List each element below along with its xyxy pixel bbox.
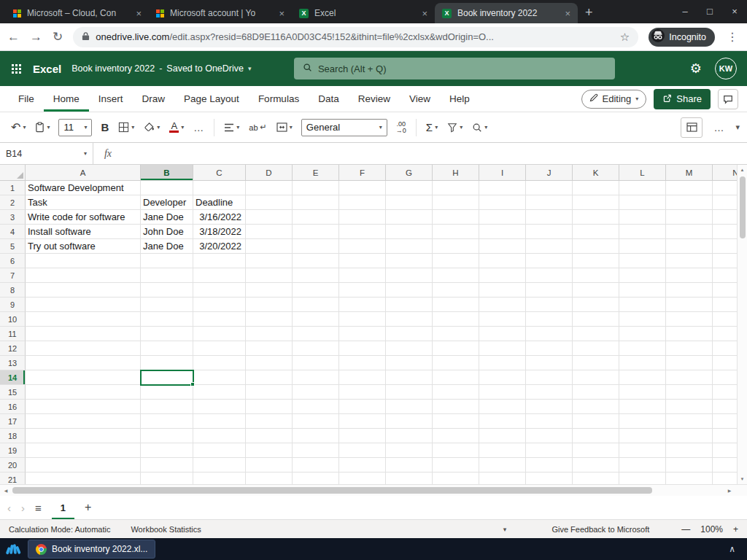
file-name[interactable]: Book inventory 2022: [71, 63, 155, 74]
cell-E21[interactable]: [293, 472, 339, 484]
zoom-level[interactable]: 100%: [700, 524, 723, 534]
cell-J3[interactable]: [526, 210, 573, 225]
search-input[interactable]: Search (Alt + Q): [294, 58, 615, 79]
merge-cells-button[interactable]: ▾: [273, 117, 296, 138]
cell-K8[interactable]: [573, 283, 619, 298]
cell-J21[interactable]: [526, 472, 573, 484]
cell-B13[interactable]: [141, 356, 193, 370]
cell-M4[interactable]: [666, 225, 713, 239]
cell-D2[interactable]: [246, 195, 293, 210]
cell-L21[interactable]: [619, 472, 666, 484]
cell-C13[interactable]: [193, 356, 246, 370]
more-font-options-button[interactable]: …: [190, 117, 208, 138]
status-options-caret-icon[interactable]: ▾: [503, 526, 507, 533]
cell-F18[interactable]: [339, 429, 386, 443]
cell-B1[interactable]: [141, 181, 193, 195]
cell-K16[interactable]: [573, 400, 619, 414]
borders-button[interactable]: ▾: [115, 117, 138, 138]
cell-B14[interactable]: [141, 370, 193, 385]
cell-G16[interactable]: [386, 400, 433, 414]
menu-item-home[interactable]: Home: [44, 86, 89, 112]
cell-M15[interactable]: [666, 385, 713, 400]
cell-H20[interactable]: [433, 458, 479, 472]
cell-E1[interactable]: [293, 181, 339, 195]
cell-F5[interactable]: [339, 239, 386, 254]
cell-J15[interactable]: [526, 385, 573, 400]
paste-button[interactable]: ▾: [31, 117, 53, 138]
cell-E8[interactable]: [293, 283, 339, 298]
cell-B17[interactable]: [141, 414, 193, 429]
undo-button[interactable]: ↶ ▾: [7, 117, 29, 138]
cell-I15[interactable]: [479, 385, 526, 400]
app-launcher-icon[interactable]: [12, 64, 21, 74]
cell-A2[interactable]: Task: [26, 195, 141, 210]
row-header-3[interactable]: 3: [0, 210, 26, 225]
cell-D6[interactable]: [246, 254, 293, 268]
cell-H9[interactable]: [433, 298, 479, 312]
cell-D16[interactable]: [246, 400, 293, 414]
cell-D8[interactable]: [246, 283, 293, 298]
cell-A21[interactable]: [26, 472, 141, 484]
cell-A13[interactable]: [26, 356, 141, 370]
cell-F11[interactable]: [339, 327, 386, 341]
row-header-16[interactable]: 16: [0, 400, 26, 414]
cell-H3[interactable]: [433, 210, 479, 225]
tab-close-icon[interactable]: ×: [277, 8, 286, 19]
horizontal-scrollbar[interactable]: ◀ ▶: [0, 484, 747, 496]
cell-I8[interactable]: [479, 283, 526, 298]
previous-sheet-button[interactable]: ‹: [7, 502, 11, 514]
cell-L12[interactable]: [619, 341, 666, 356]
cell-J8[interactable]: [526, 283, 573, 298]
cell-D5[interactable]: [246, 239, 293, 254]
cell-D17[interactable]: [246, 414, 293, 429]
cell-J4[interactable]: [526, 225, 573, 239]
browser-tab[interactable]: XBook inventory 2022×: [435, 3, 578, 23]
cell-M8[interactable]: [666, 283, 713, 298]
cell-J18[interactable]: [526, 429, 573, 443]
row-header-11[interactable]: 11: [0, 327, 26, 341]
cell-I18[interactable]: [479, 429, 526, 443]
wrap-text-button[interactable]: ab ↵: [245, 117, 270, 138]
cell-E15[interactable]: [293, 385, 339, 400]
cell-G10[interactable]: [386, 312, 433, 327]
cell-H11[interactable]: [433, 327, 479, 341]
row-header-17[interactable]: 17: [0, 414, 26, 429]
cell-I1[interactable]: [479, 181, 526, 195]
cell-L3[interactable]: [619, 210, 666, 225]
cell-G3[interactable]: [386, 210, 433, 225]
cell-M14[interactable]: [666, 370, 713, 385]
cell-I19[interactable]: [479, 443, 526, 458]
cell-E6[interactable]: [293, 254, 339, 268]
cell-I5[interactable]: [479, 239, 526, 254]
cell-C19[interactable]: [193, 443, 246, 458]
cell-F14[interactable]: [339, 370, 386, 385]
browser-tab[interactable]: XExcel×: [292, 3, 435, 23]
cell-D1[interactable]: [246, 181, 293, 195]
cell-A5[interactable]: Try out software: [26, 239, 141, 254]
cell-A16[interactable]: [26, 400, 141, 414]
cell-F8[interactable]: [339, 283, 386, 298]
row-header-14[interactable]: 14: [0, 370, 26, 385]
row-header-19[interactable]: 19: [0, 443, 26, 458]
tab-close-icon[interactable]: ×: [420, 8, 429, 19]
font-color-button[interactable]: A ▾: [166, 117, 187, 138]
cell-M17[interactable]: [666, 414, 713, 429]
cell-L6[interactable]: [619, 254, 666, 268]
cell-A19[interactable]: [26, 443, 141, 458]
cell-A20[interactable]: [26, 458, 141, 472]
cell-K17[interactable]: [573, 414, 619, 429]
cell-E12[interactable]: [293, 341, 339, 356]
cell-G2[interactable]: [386, 195, 433, 210]
cell-K20[interactable]: [573, 458, 619, 472]
more-commands-button[interactable]: …: [710, 117, 728, 138]
scroll-right-icon[interactable]: ▶: [726, 488, 733, 493]
cell-C16[interactable]: [193, 400, 246, 414]
cell-M9[interactable]: [666, 298, 713, 312]
cell-D15[interactable]: [246, 385, 293, 400]
menu-item-help[interactable]: Help: [440, 86, 479, 112]
cell-G20[interactable]: [386, 458, 433, 472]
browser-menu-button[interactable]: ⋮: [725, 30, 740, 44]
row-header-15[interactable]: 15: [0, 385, 26, 400]
cell-I9[interactable]: [479, 298, 526, 312]
cell-J2[interactable]: [526, 195, 573, 210]
